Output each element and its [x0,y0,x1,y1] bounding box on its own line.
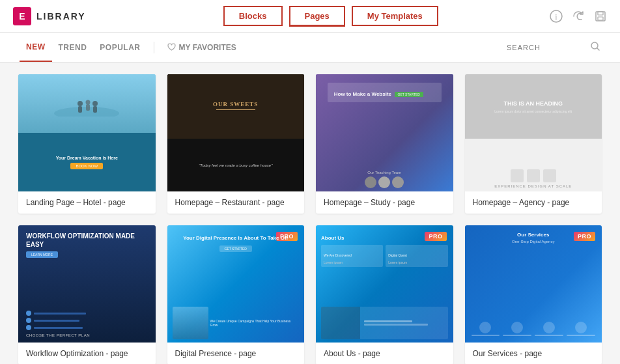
card-thumb-hotel: Your Logo [18,74,156,191]
card-workflow[interactable]: WORKFLOW OPTIMIZATION MADE EASY LEARN MO… [18,225,156,364]
svg-point-10 [86,100,91,105]
refresh-button[interactable] [572,10,585,23]
header-tabs: Blocks Pages My Templates [112,6,550,27]
card-restaurant[interactable]: OUR SWEETS "Today feel we made a busy co… [167,74,305,214]
card-thumb-agency: THIS IS AN HEADING Lorem ipsum dolor sit… [465,74,602,191]
card-label-about: About Us - page [316,343,453,364]
card-thumb-digital: PRO Your Digital Presence Is About To Ta… [167,225,305,343]
subnav-trend[interactable]: TREND [52,33,94,62]
subnav-new[interactable]: NEW [20,33,52,62]
card-thumb-workflow: WORKFLOW OPTIMIZATION MADE EASY LEARN MO… [18,225,156,343]
library-title: LIBRARY [36,11,86,21]
subnav-search [507,41,600,54]
svg-point-8 [78,101,83,106]
content-area: Your Logo [0,63,620,364]
svg-line-6 [597,48,600,50]
svg-rect-2 [596,12,605,21]
card-label-agency2: Our Services - page [465,343,602,364]
card-label-agency: Homepage – Agency - page [465,191,602,214]
card-about[interactable]: PRO About Us We Are Discovered Lorem ips… [316,225,453,364]
subnav-divider [154,42,154,53]
tab-my-templates[interactable]: My Templates [352,6,438,26]
subnav-popular[interactable]: POPULAR [93,33,147,62]
subnav: NEW TREND POPULAR MY FAVORITES [0,33,620,63]
search-input[interactable] [507,44,585,51]
card-label-digital: Digital Presence - page [167,343,305,364]
elementor-logo-icon: E [13,7,31,25]
card-agency2[interactable]: PRO Our Services One-Stop Digital Agency [465,225,602,364]
template-grid: Your Logo [18,74,602,364]
card-thumb-agency2: PRO Our Services One-Stop Digital Agency [465,225,602,343]
card-hotel[interactable]: Your Logo [18,74,156,214]
card-label-workflow: Workflow Optimization - page [18,343,156,364]
card-agency[interactable]: THIS IS AN HEADING Lorem ipsum dolor sit… [465,74,602,214]
svg-point-12 [92,101,98,106]
svg-rect-13 [93,106,97,113]
card-thumb-about: PRO About Us We Are Discovered Lorem ips… [316,225,453,343]
card-thumb-study: How to Make a Website GET STARTED Our Te… [316,74,453,191]
svg-text:i: i [555,12,557,21]
card-label-hotel: Landing Page – Hotel - page [18,191,156,214]
tab-blocks[interactable]: Blocks [223,6,283,26]
svg-rect-9 [78,106,82,113]
favorites-label: MY FAVORITES [179,43,236,52]
card-label-study: Homepage – Study - page [316,191,453,214]
card-label-restaurant: Homepage – Restaurant - page [167,191,305,214]
card-study[interactable]: How to Make a Website GET STARTED Our Te… [316,74,453,214]
header-actions: i [550,10,607,23]
card-thumb-restaurant: OUR SWEETS "Today feel we made a busy co… [167,74,305,191]
svg-rect-4 [598,17,603,20]
svg-rect-11 [86,104,90,111]
info-button[interactable]: i [550,10,563,23]
save-button[interactable] [594,10,607,23]
search-icon[interactable] [590,41,600,54]
header: E LIBRARY Blocks Pages My Templates i [0,0,620,33]
heart-icon [167,43,176,51]
logo-area: E LIBRARY [13,7,86,25]
tab-pages[interactable]: Pages [289,6,345,27]
card-digital[interactable]: PRO Your Digital Presence Is About To Ta… [167,225,305,364]
subnav-favorites[interactable]: MY FAVORITES [161,43,243,52]
